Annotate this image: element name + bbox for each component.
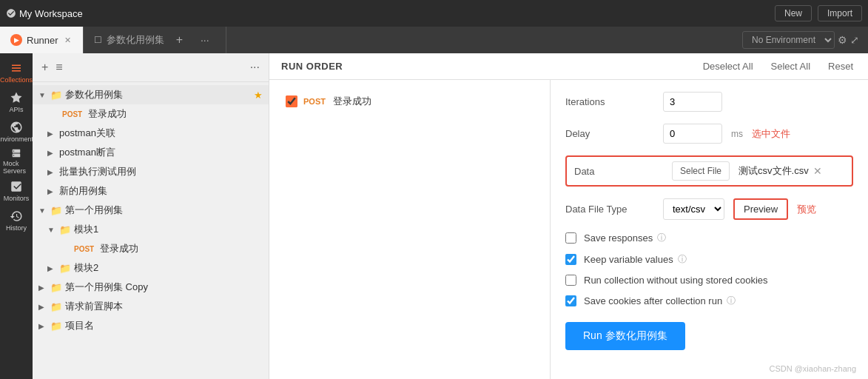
folder-icon: 📁 [50,205,62,216]
tree-item-label: 项目名 [65,319,94,332]
tree-item-new-collection[interactable]: ▶ 新的用例集 [33,181,269,201]
save-responses-checkbox[interactable] [565,232,576,244]
add-collection-btn[interactable]: + [40,59,50,76]
data-row: Data Select File 测试csv文件.csv ✕ [565,155,853,187]
save-cookies-row: Save cookies after collection run ⓘ [565,295,853,307]
tree-item-label: 参数化用例集 [65,88,123,101]
keep-variable-checkbox[interactable] [565,254,576,265]
runner-header: RUN ORDER Deselect All Select All Reset [269,53,868,80]
sidebar-item-environments[interactable]: Environments [3,118,30,145]
chevron-down-icon: ▼ [47,226,56,234]
iterations-label: Iterations [565,96,654,107]
folder-icon: 📁 [59,224,71,235]
tree-item-label: 模块1 [74,223,98,236]
chevron-right-icon: ▶ [38,284,47,292]
delay-input[interactable] [663,124,722,144]
collection-tab-icon: ☐ [94,35,102,45]
tree-item-login2[interactable]: POST 登录成功 [33,239,269,258]
file-name: 测试csv文件.csv ✕ [739,164,822,178]
more-btn[interactable]: ··· [249,59,261,76]
select-all-btn[interactable]: Select All [768,59,813,73]
runner-area: RUN ORDER Deselect All Select All Reset … [269,53,868,379]
env-settings-icon[interactable]: ⚙ [838,34,847,46]
data-file-type-select[interactable]: text/csv [663,198,724,220]
sidebar-item-mockservers[interactable]: Mock Servers [3,148,30,175]
collections-icon [10,61,23,75]
request-checkbox[interactable] [286,95,297,107]
star-icon: ★ [254,90,263,101]
iterations-input[interactable] [663,92,722,112]
tree-item-module2[interactable]: ▶ 📁 模块2 [33,258,269,278]
main-layout: Collections APIs Environments Mock Serve… [0,53,868,379]
run-order-title: RUN ORDER [281,61,343,72]
delay-label: Delay [565,128,654,139]
folder-icon: 📁 [50,282,62,293]
folder-icon: 📁 [50,301,62,312]
runner-content: POST 登录成功 Iterations Delay ms 选中文件 [269,80,868,379]
method-badge-post: POST [59,110,85,119]
tree-item-label: 请求前置脚本 [65,300,123,313]
env-dropdown[interactable]: No Environment [742,31,835,49]
save-responses-label: Save responses ⓘ [584,232,666,244]
panel-header: + ≡ ··· [33,53,269,82]
preview-btn[interactable]: Preview [733,198,788,220]
tree-item-prerequest[interactable]: ▶ 📁 请求前置脚本 [33,297,269,316]
env-expand-icon[interactable]: ⤢ [850,34,859,46]
collections-tree: ▼ 📁 参数化用例集 ★ POST 登录成功 ▶ postman关联 ▶ pos… [33,82,269,379]
delay-annotation: 选中文件 [752,127,790,141]
tab-paramcollection[interactable]: ☐ 参数化用例集 + ··· [84,27,226,53]
keep-variable-row: Keep variable values ⓘ [565,253,853,266]
import-button[interactable]: Import [818,5,862,21]
info-icon: ⓘ [727,295,736,307]
sidebar-item-monitors[interactable]: Monitors [3,178,30,204]
tab-runner-label: Runner [27,35,58,46]
preview-annotation: 预览 [797,203,816,216]
tree-item-first-collection[interactable]: ▼ 📁 第一个用例集 [33,201,269,220]
tab-runner-close[interactable]: ✕ [63,36,73,45]
deselect-all-btn[interactable]: Deselect All [700,59,756,73]
tab-more-btn[interactable]: ··· [195,34,215,46]
collections-label: Collections [0,76,33,84]
run-no-cookies-label: Run collection without using stored cook… [584,275,768,286]
tree-item-batch-test[interactable]: ▶ 批量执行测试用例 [33,162,269,181]
new-button[interactable]: New [775,5,812,21]
folder-icon: 📁 [50,321,62,332]
history-icon [10,209,23,223]
file-clear-btn[interactable]: ✕ [813,165,822,177]
filter-btn[interactable]: ≡ [54,59,64,76]
sidebar-item-collections[interactable]: Collections [3,59,30,86]
tree-item-label: 新的用例集 [59,184,107,198]
tree-item-label: postman断言 [59,146,115,159]
tree-item-login[interactable]: POST 登录成功 [33,104,269,124]
tree-item-postman-assert[interactable]: ▶ postman断言 [33,143,269,162]
top-bar: My Workspace New Import [0,0,868,27]
tree-item-paramcollection[interactable]: ▼ 📁 参数化用例集 ★ [33,85,269,104]
tree-item-postman-assoc[interactable]: ▶ postman关联 [33,124,269,143]
collections-panel: + ≡ ··· ▼ 📁 参数化用例集 ★ POST 登录成功 ▶ postman… [33,53,269,379]
sidebar-item-history[interactable]: History [3,207,30,234]
info-icon: ⓘ [678,253,687,266]
run-button[interactable]: Run 参数化用例集 [565,322,685,350]
tree-item-first-copy[interactable]: ▶ 📁 第一个用例集 Copy [33,278,269,297]
tree-item-module1[interactable]: ▼ 📁 模块1 [33,220,269,239]
iterations-row: Iterations [565,92,853,112]
folder-icon: 📁 [50,90,62,101]
tab-runner[interactable]: ▶ Runner ✕ [0,27,84,53]
env-select-area: No Environment ⚙ ⤢ [733,31,868,49]
chevron-right-icon: ▶ [47,187,56,195]
data-label: Data [574,166,663,177]
tree-item-projectname[interactable]: ▶ 📁 项目名 [33,316,269,335]
select-file-btn[interactable]: Select File [672,161,730,181]
chevron-right-icon: ▶ [47,264,56,272]
tab-add-btn[interactable]: + [169,33,190,47]
apis-icon [10,91,23,104]
data-file-type-label: Data File Type [565,204,654,215]
run-no-cookies-checkbox[interactable] [565,275,576,286]
request-item[interactable]: POST 登录成功 [278,89,541,114]
sidebar-item-apis[interactable]: APIs [3,89,30,115]
save-cookies-checkbox[interactable] [565,295,576,306]
tab-bar: ▶ Runner ✕ ☐ 参数化用例集 + ··· No Environment… [0,27,868,53]
file-name-text: 测试csv文件.csv [739,164,809,178]
chevron-down-icon: ▼ [38,91,47,99]
reset-btn[interactable]: Reset [825,59,856,73]
